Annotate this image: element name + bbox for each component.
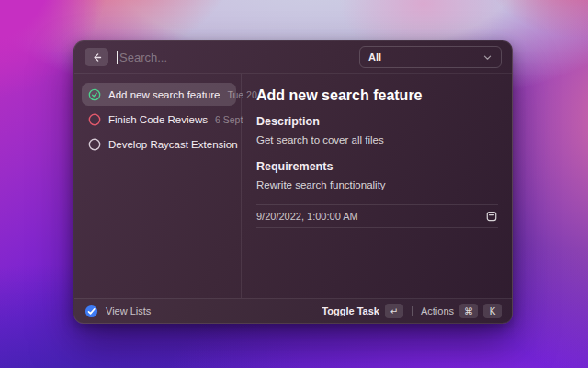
requirements-body: Rewrite search functionality [256,178,498,192]
actions-button[interactable]: Actions [421,305,454,316]
filter-dropdown-value: All [368,52,381,63]
footer-app[interactable]: View Lists [85,305,151,318]
app-window: All Add new search feature Tue 20 [74,40,513,324]
arrow-left-icon [91,52,103,63]
status-open-icon [88,138,101,151]
status-completed-icon [88,88,101,101]
requirements-heading: Requirements [256,159,498,174]
description-heading: Description [256,114,498,129]
filter-dropdown[interactable]: All [359,46,502,68]
calendar-icon [485,210,498,223]
detail-title: Add new search feature [256,86,498,105]
task-list-item[interactable]: Add new search feature Tue 20 [82,83,236,106]
task-title: Develop Raycast Extension [108,139,238,150]
window-body: Add new search feature Tue 20 Finish Cod… [74,74,512,298]
footer-divider [412,306,413,316]
k-key-badge: K [483,304,502,318]
return-key-badge: ↵ [385,304,403,318]
task-title: Finish Code Reviews [108,114,208,125]
toggle-task-button[interactable]: Toggle Task [322,305,379,316]
ticktick-app-icon [85,305,98,318]
search-field[interactable] [117,51,359,64]
desktop-wallpaper: All Add new search feature Tue 20 [0,0,588,368]
search-input[interactable] [118,51,359,64]
back-button[interactable] [85,48,108,66]
task-title: Add new search feature [108,89,220,100]
task-date: 6 Sept [215,114,243,125]
status-overdue-icon [88,113,101,126]
cmd-key-badge: ⌘ [459,304,478,318]
chevron-down-icon [482,52,492,63]
footer-actions: Toggle Task ↵ Actions ⌘ K [322,304,502,318]
description-body: Get search to cover all files [256,133,498,147]
task-list-item[interactable]: Finish Code Reviews 6 Sept [82,108,236,131]
task-list-item[interactable]: Develop Raycast Extension [82,132,236,155]
window-footer: View Lists Toggle Task ↵ Actions ⌘ K [74,298,512,323]
window-header: All [74,41,512,74]
due-date-field[interactable]: 9/20/2022, 1:00:00 AM [256,204,498,228]
task-list: Add new search feature Tue 20 Finish Cod… [74,74,242,298]
task-detail-panel: Add new search feature Description Get s… [242,74,512,298]
footer-app-label: View Lists [106,305,151,316]
due-date-value: 9/20/2022, 1:00:00 AM [256,211,358,222]
